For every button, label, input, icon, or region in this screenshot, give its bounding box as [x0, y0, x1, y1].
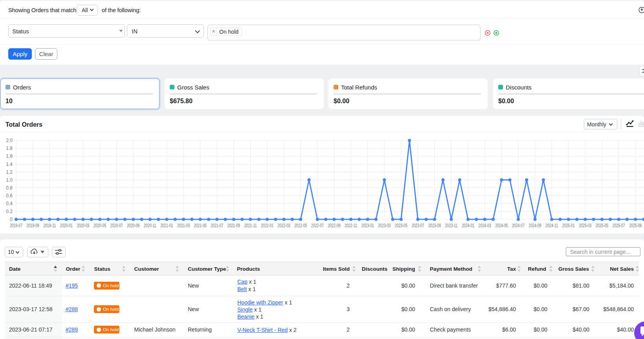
svg-text:2023-09: 2023-09 — [428, 223, 441, 228]
svg-text:2020-07: 2020-07 — [110, 223, 123, 228]
svg-text:1.2: 1.2 — [6, 170, 13, 175]
svg-text:2020-11: 2020-11 — [144, 223, 156, 228]
svg-text:2022-05: 2022-05 — [294, 223, 307, 228]
svg-text:2021-03: 2021-03 — [177, 223, 190, 228]
svg-text:2021-05: 2021-05 — [194, 223, 207, 228]
svg-text:2021-11: 2021-11 — [244, 223, 257, 228]
svg-text:2021-01: 2021-01 — [160, 223, 173, 228]
svg-text:2025-09: 2025-09 — [629, 223, 642, 228]
svg-text:2024-05: 2024-05 — [495, 223, 508, 228]
svg-text:2023-03: 2023-03 — [378, 223, 391, 228]
svg-text:2020-05: 2020-05 — [94, 223, 106, 228]
svg-text:0.4: 0.4 — [6, 201, 13, 206]
svg-text:2024-03: 2024-03 — [479, 223, 491, 228]
svg-text:2019-11: 2019-11 — [43, 223, 56, 228]
svg-text:2023-07: 2023-07 — [411, 223, 424, 228]
svg-text:2025-03: 2025-03 — [579, 223, 591, 228]
svg-text:2020-01: 2020-01 — [60, 223, 73, 228]
svg-text:2019-09: 2019-09 — [27, 223, 39, 228]
svg-text:2022-01: 2022-01 — [261, 223, 273, 228]
svg-text:0.6: 0.6 — [6, 193, 13, 199]
svg-text:2021-09: 2021-09 — [228, 223, 240, 228]
svg-text:2.0: 2.0 — [6, 138, 13, 143]
svg-text:2023-01: 2023-01 — [361, 223, 374, 228]
svg-text:2022-07: 2022-07 — [311, 223, 324, 228]
svg-text:2019-07: 2019-07 — [10, 223, 22, 228]
svg-text:1.6: 1.6 — [6, 153, 13, 159]
svg-text:2024-09: 2024-09 — [529, 223, 541, 228]
svg-text:2024-07: 2024-07 — [512, 223, 525, 228]
svg-text:2024-11: 2024-11 — [545, 223, 558, 228]
svg-text:2023-11: 2023-11 — [445, 223, 458, 228]
svg-text:0.8: 0.8 — [6, 185, 13, 191]
svg-text:2021-07: 2021-07 — [211, 223, 223, 228]
svg-text:0: 0 — [10, 217, 13, 222]
svg-text:2025-05: 2025-05 — [596, 223, 608, 228]
svg-text:2023-05: 2023-05 — [395, 223, 407, 228]
svg-text:2025-01: 2025-01 — [562, 223, 575, 228]
svg-text:2020-03: 2020-03 — [77, 223, 89, 228]
svg-text:2020-09: 2020-09 — [127, 223, 139, 228]
svg-text:2022-09: 2022-09 — [328, 223, 340, 228]
svg-text:2024-01: 2024-01 — [462, 223, 474, 228]
svg-text:2025-07: 2025-07 — [613, 223, 625, 228]
svg-text:2022-03: 2022-03 — [278, 223, 290, 228]
svg-text:2022-11: 2022-11 — [345, 223, 357, 228]
svg-text:1.4: 1.4 — [6, 162, 13, 167]
svg-text:1.8: 1.8 — [6, 146, 13, 151]
svg-text:1.0: 1.0 — [6, 177, 13, 183]
svg-text:0.2: 0.2 — [6, 209, 13, 214]
